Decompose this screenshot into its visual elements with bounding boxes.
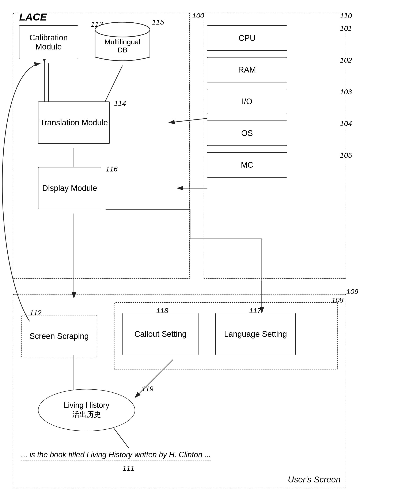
svg-text:DB: DB (117, 46, 127, 54)
ref-110: 110 (340, 12, 352, 20)
speech-bubble-english: Living History (64, 401, 109, 410)
multilingual-db-container: Multilingual DB (93, 19, 152, 61)
io-box: I/O (207, 89, 287, 114)
language-setting-box: Language Setting (215, 313, 296, 355)
io-label: I/O (242, 97, 252, 106)
callout-setting-box: Callout Setting (122, 313, 198, 355)
speech-bubble: Living History 活出历史 (38, 389, 135, 431)
mc-box: MC (207, 152, 287, 178)
cpu-box: CPU (207, 25, 287, 51)
language-setting-label: Language Setting (224, 330, 287, 339)
ref-101: 101 (340, 24, 352, 33)
ref-105: 105 (340, 151, 352, 159)
ram-label: RAM (238, 65, 256, 74)
svg-text:Multilingual: Multilingual (105, 38, 140, 46)
display-module-box: Display Module (38, 167, 101, 209)
ref-118: 118 (156, 306, 168, 315)
os-box: OS (207, 120, 287, 146)
screen-scraping-label: Screen Scraping (29, 332, 89, 341)
ref-116: 116 (105, 165, 118, 173)
ref-104: 104 (340, 120, 352, 128)
ref-102: 102 (340, 56, 352, 64)
svg-point-18 (95, 22, 150, 37)
text-line-content: ... is the book titled Living History wr… (21, 450, 211, 459)
translation-module-label: Translation Module (40, 118, 108, 127)
calibration-module-box: Calibration Module (19, 25, 78, 59)
os-label: OS (241, 129, 253, 138)
display-module-label: Display Module (42, 184, 97, 193)
mc-label: MC (241, 161, 253, 169)
diagram: LACE 100 110 Calibration Module 113 Mult… (8, 8, 410, 495)
ref-115: 115 (152, 18, 164, 26)
computer-box (203, 13, 346, 279)
translation-module-box: Translation Module (38, 102, 110, 144)
text-line: ... is the book titled Living History wr… (21, 450, 211, 461)
ram-box: RAM (207, 57, 287, 83)
calibration-module-label: Calibration Module (19, 33, 78, 51)
ref-114: 114 (114, 99, 126, 108)
ref-117: 117 (249, 306, 261, 315)
ref-112: 112 (29, 309, 42, 317)
users-screen-label: User's Screen (288, 475, 341, 484)
screen-scraping-box: Screen Scraping (21, 315, 97, 357)
ref-103: 103 (340, 88, 352, 96)
ref-111: 111 (122, 464, 134, 472)
callout-setting-label: Callout Setting (134, 330, 187, 339)
lace-label: LACE (18, 11, 49, 23)
cpu-label: CPU (239, 34, 256, 43)
ref-108: 108 (332, 296, 344, 304)
ref-109: 109 (346, 288, 358, 296)
ref-119: 119 (141, 385, 153, 393)
speech-bubble-chinese: 活出历史 (72, 410, 101, 420)
ref-100: 100 (192, 12, 204, 20)
multilingual-db-svg: Multilingual DB (93, 19, 152, 61)
